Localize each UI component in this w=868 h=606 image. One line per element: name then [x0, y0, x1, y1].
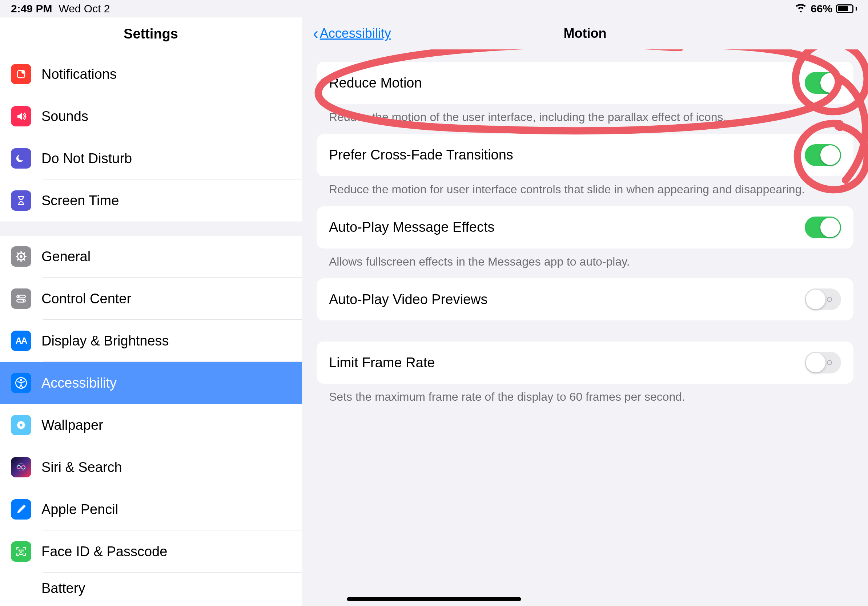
sidebar-item-wallpaper[interactable]: Wallpaper	[0, 404, 302, 446]
setting-label: Auto-Play Message Effects	[329, 220, 495, 235]
svg-line-8	[17, 252, 19, 254]
setting-card-autoplay-video: Auto-Play Video Previews	[316, 278, 854, 320]
toggle-reduce-motion[interactable]	[805, 72, 841, 94]
status-bar: 2:49 PM Wed Oct 2 66%	[0, 0, 868, 17]
siri-icon	[11, 457, 31, 478]
status-time: 2:49 PM	[11, 3, 52, 15]
sidebar-item-screen-time[interactable]: Screen Time	[0, 179, 302, 222]
sidebar-item-label: Screen Time	[42, 193, 119, 209]
content-pane: ‹ Accessibility Motion Reduce Motion Red…	[302, 17, 868, 606]
setting-caption: Reduce the motion for user interface con…	[316, 176, 854, 198]
svg-line-9	[23, 259, 25, 260]
sidebar-item-sounds[interactable]: Sounds	[0, 95, 302, 137]
sidebar-item-siri-search[interactable]: Siri & Search	[0, 446, 302, 488]
pencil-icon	[11, 499, 31, 519]
sidebar-item-label: Apple Pencil	[42, 502, 118, 517]
setting-label: Auto-Play Video Previews	[329, 292, 488, 308]
back-button[interactable]: ‹ Accessibility	[313, 24, 391, 43]
chevron-left-icon: ‹	[313, 24, 318, 43]
battery-percent: 66%	[811, 3, 832, 15]
sidebar-item-display-brightness[interactable]: AA Display & Brightness	[0, 320, 302, 362]
sidebar-item-apple-pencil[interactable]: Apple Pencil	[0, 488, 302, 530]
sidebar-item-label: Siri & Search	[42, 459, 122, 475]
setting-caption: Allows fullscreen effects in the Message…	[316, 249, 854, 270]
sidebar-item-battery[interactable]: Battery	[0, 573, 302, 606]
svg-line-11	[23, 252, 25, 254]
setting-card-autoplay-message: Auto-Play Message Effects	[316, 206, 854, 249]
hourglass-icon	[11, 190, 31, 211]
gear-icon	[11, 246, 31, 267]
back-label: Accessibility	[320, 26, 391, 41]
sidebar-item-general[interactable]: General	[0, 235, 302, 278]
sidebar-item-label: Do Not Disturb	[42, 151, 132, 166]
switches-icon	[11, 289, 31, 309]
toggle-cross-fade[interactable]	[805, 144, 841, 166]
setting-card-reduce-motion: Reduce Motion	[316, 62, 854, 104]
accessibility-icon	[11, 373, 31, 393]
sidebar-item-label: Sounds	[42, 109, 88, 124]
setting-card-cross-fade: Prefer Cross-Fade Transitions	[316, 134, 854, 176]
home-indicator[interactable]	[347, 597, 521, 601]
nav-bar: ‹ Accessibility Motion	[302, 17, 868, 49]
setting-label: Reduce Motion	[329, 75, 422, 91]
toggle-autoplay-message-effects[interactable]	[805, 216, 841, 238]
svg-point-17	[20, 379, 22, 381]
wifi-icon	[795, 3, 807, 15]
toggle-autoplay-video-previews[interactable]	[805, 289, 841, 310]
notifications-icon	[11, 64, 31, 84]
setting-label: Prefer Cross-Fade Transitions	[329, 147, 513, 163]
sounds-icon	[11, 106, 31, 127]
sidebar-item-label: Battery	[42, 581, 85, 596]
setting-caption: Sets the maximum frame rate of the displ…	[316, 383, 854, 405]
sidebar-title: Settings	[0, 17, 302, 53]
status-date: Wed Oct 2	[59, 3, 110, 15]
battery-icon	[836, 5, 857, 13]
setting-label: Limit Frame Rate	[329, 355, 435, 371]
flower-icon	[11, 415, 31, 435]
face-id-icon	[11, 541, 31, 562]
sidebar-item-label: Wallpaper	[42, 417, 103, 433]
sidebar-item-do-not-disturb[interactable]: Do Not Disturb	[0, 137, 302, 179]
sidebar-item-control-center[interactable]: Control Center	[0, 278, 302, 320]
sidebar-item-label: Accessibility	[42, 375, 117, 391]
toggle-limit-frame-rate[interactable]	[805, 352, 841, 374]
sidebar-item-label: Face ID & Passcode	[42, 544, 167, 560]
sidebar-item-notifications[interactable]: Notifications	[0, 53, 302, 95]
sidebar-item-face-id-passcode[interactable]: Face ID & Passcode	[0, 530, 302, 573]
setting-caption: Reduce the motion of the user interface,…	[316, 104, 854, 125]
setting-card-limit-frame-rate: Limit Frame Rate	[316, 342, 854, 383]
moon-icon	[11, 148, 31, 169]
svg-line-10	[17, 259, 19, 260]
page-title: Motion	[564, 26, 607, 41]
sidebar-item-label: Notifications	[42, 66, 117, 82]
sidebar-item-label: Display & Brightness	[42, 333, 169, 349]
svg-point-1	[22, 70, 25, 74]
svg-point-13	[18, 296, 20, 298]
svg-point-3	[20, 255, 22, 258]
sidebar-item-accessibility[interactable]: Accessibility	[0, 362, 302, 404]
svg-point-26	[20, 424, 22, 426]
sidebar-item-label: Control Center	[42, 291, 131, 307]
settings-sidebar: Settings Notifications Sounds Do Not Dis…	[0, 17, 302, 606]
svg-point-15	[23, 300, 24, 302]
sidebar-item-label: General	[42, 249, 90, 264]
text-size-icon: AA	[11, 331, 31, 351]
